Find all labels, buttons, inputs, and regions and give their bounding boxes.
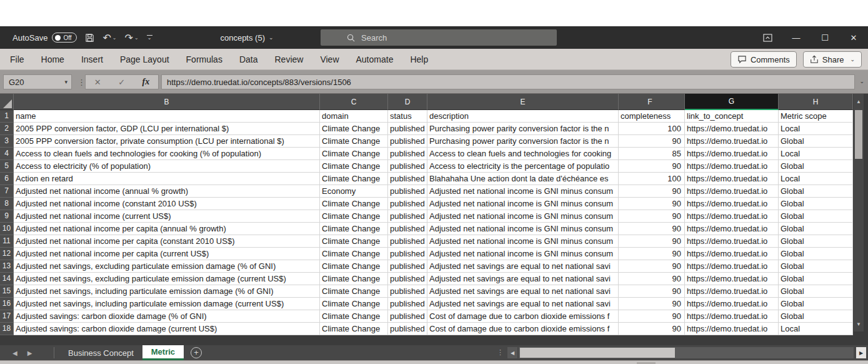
cell-link[interactable]: https://demo.truedat.io xyxy=(685,223,779,235)
cell-description[interactable]: Purchasing power parity conversion facto… xyxy=(427,123,619,135)
cell-description[interactable]: Adjusted net national income is GNI minu… xyxy=(427,198,619,210)
cell-status[interactable]: published xyxy=(388,135,427,148)
cell-status[interactable]: published xyxy=(388,210,427,223)
ribbon-tab[interactable]: Help xyxy=(410,54,428,64)
row-number[interactable]: 5 xyxy=(0,160,14,173)
ribbon-tab[interactable]: Review xyxy=(275,54,304,64)
cell-link[interactable]: https://demo.truedat.io xyxy=(685,285,779,298)
cell-completeness[interactable]: 90 xyxy=(619,235,685,248)
cell-name[interactable]: Access to electricity (% of population) xyxy=(14,160,320,173)
cell-scope[interactable]: Global xyxy=(779,248,853,260)
column-header-f[interactable]: F xyxy=(619,94,685,110)
ribbon-display-options-button[interactable] xyxy=(753,26,782,49)
minimize-button[interactable]: — xyxy=(782,26,811,49)
cell-link[interactable]: https://demo.truedat.io xyxy=(685,185,779,198)
cell-domain[interactable]: Climate Change xyxy=(320,148,388,160)
cell-description[interactable]: Adjusted net savings are equal to net na… xyxy=(427,260,619,273)
share-button[interactable]: Share ⌄ xyxy=(803,51,862,68)
ribbon-tab[interactable]: Formulas xyxy=(186,54,222,64)
cell-domain[interactable]: Climate Change xyxy=(320,173,388,185)
cell-status[interactable]: status xyxy=(388,110,427,123)
cell-name[interactable]: Adjusted net national income per capita … xyxy=(14,235,320,248)
ribbon-tab[interactable]: View xyxy=(320,54,339,64)
cell-description[interactable]: Adjusted net national income is GNI minu… xyxy=(427,235,619,248)
cell-status[interactable]: published xyxy=(388,248,427,260)
cell-name[interactable]: Adjusted net national income (annual % g… xyxy=(14,185,320,198)
cell-domain[interactable]: Climate Change xyxy=(320,260,388,273)
cell-link[interactable]: https://demo.truedat.io xyxy=(685,160,779,173)
cell-description[interactable]: Blahahaha Une action dont la date d'éché… xyxy=(427,173,619,185)
ribbon-tab[interactable]: Page Layout xyxy=(120,54,169,64)
cell-domain[interactable]: Climate Change xyxy=(320,210,388,223)
cell-status[interactable]: published xyxy=(388,223,427,235)
row-number[interactable]: 7 xyxy=(0,185,14,198)
horizontal-scrollbar[interactable] xyxy=(519,347,854,358)
cell-domain[interactable]: Climate Change xyxy=(320,198,388,210)
cell-description[interactable]: Adjusted net national income is GNI minu… xyxy=(427,185,619,198)
name-box[interactable]: G20 ▾ xyxy=(3,74,72,89)
hscroll-left-icon[interactable]: ◀ xyxy=(507,347,517,358)
cell-name[interactable]: 2005 PPP conversion factor, GDP (LCU per… xyxy=(14,123,320,135)
cell-domain[interactable]: Climate Change xyxy=(320,135,388,148)
sheet-tab-metric[interactable]: Metric xyxy=(142,345,184,360)
cell-completeness[interactable]: 100 xyxy=(619,123,685,135)
row-number[interactable]: 3 xyxy=(0,135,14,148)
cell-name[interactable]: Adjusted net national income per capita … xyxy=(14,223,320,235)
cancel-entry-button[interactable]: ✕ xyxy=(94,78,101,87)
cell-link[interactable]: https://demo.truedat.io xyxy=(685,235,779,248)
cell-status[interactable]: published xyxy=(388,260,427,273)
cell-link[interactable]: https://demo.truedat.io xyxy=(685,323,779,335)
cell-link[interactable]: https://demo.truedat.io xyxy=(685,248,779,260)
column-header-e[interactable]: E xyxy=(427,94,619,110)
cell-name[interactable]: Adjusted net national income per capita … xyxy=(14,248,320,260)
cell-completeness[interactable]: 90 xyxy=(619,198,685,210)
ribbon-tab[interactable]: Insert xyxy=(81,54,103,64)
add-sheet-button[interactable]: + xyxy=(191,347,202,358)
row-number[interactable]: 1 xyxy=(0,110,14,123)
cell-completeness[interactable]: 90 xyxy=(619,135,685,148)
cell-scope[interactable]: Global xyxy=(779,235,853,248)
redo-button[interactable]: ↷ ⌄ xyxy=(124,32,138,44)
tabbar-grip-icon[interactable]: ⋮ xyxy=(497,348,504,356)
save-button[interactable] xyxy=(85,33,94,43)
enter-entry-button[interactable]: ✓ xyxy=(118,78,125,87)
cell-domain[interactable]: Climate Change xyxy=(320,273,388,285)
row-number[interactable]: 18 xyxy=(0,323,14,335)
cell-scope[interactable]: Global xyxy=(779,210,853,223)
cell-scope[interactable]: Global xyxy=(779,185,853,198)
close-button[interactable]: ✕ xyxy=(839,26,868,49)
cell-domain[interactable]: Climate Change xyxy=(320,160,388,173)
cell-name[interactable]: 2005 PPP conversion factor, private cons… xyxy=(14,135,320,148)
cell-completeness[interactable]: 90 xyxy=(619,323,685,335)
row-number[interactable]: 11 xyxy=(0,235,14,248)
cell-scope[interactable]: Global xyxy=(779,198,853,210)
next-sheet-icon[interactable]: ▶ xyxy=(27,350,32,356)
scroll-up-icon[interactable]: ▲ xyxy=(854,95,864,108)
cell-name[interactable]: Action en retard xyxy=(14,173,320,185)
cell-description[interactable]: Adjusted net national income is GNI minu… xyxy=(427,223,619,235)
cell-status[interactable]: published xyxy=(388,323,427,335)
horizontal-scroll-thumb[interactable] xyxy=(520,348,675,358)
cell-description[interactable]: Cost of damage due to carbon dioxide emi… xyxy=(427,310,619,323)
cell-description[interactable]: Access to electricity is the percentage … xyxy=(427,160,619,173)
undo-chevron-icon[interactable]: ⌄ xyxy=(112,35,117,41)
cell-name[interactable]: Adjusted savings: carbon dioxide damage … xyxy=(14,323,320,335)
ribbon-tab[interactable]: File xyxy=(10,54,24,64)
cell-completeness[interactable]: 90 xyxy=(619,260,685,273)
column-header-h[interactable]: H xyxy=(779,94,853,110)
document-title[interactable]: concepts (5) ⌄ xyxy=(187,26,306,49)
cell-name[interactable]: name xyxy=(14,110,320,123)
cell-scope[interactable]: Global xyxy=(779,298,853,310)
cell-scope[interactable]: Global xyxy=(779,135,853,148)
cell-link[interactable]: link_to_concept xyxy=(685,110,779,123)
share-chevron-icon[interactable]: ⌄ xyxy=(850,56,855,63)
cell-status[interactable]: published xyxy=(388,285,427,298)
cell-completeness[interactable]: 90 xyxy=(619,298,685,310)
cell-completeness[interactable]: 85 xyxy=(619,148,685,160)
cell-completeness[interactable]: 90 xyxy=(619,310,685,323)
cell-domain[interactable]: Climate Change xyxy=(320,235,388,248)
row-number[interactable]: 2 xyxy=(0,123,14,135)
cell-name[interactable]: Adjusted net savings, including particul… xyxy=(14,298,320,310)
cell-domain[interactable]: Climate Change xyxy=(320,223,388,235)
cell-description[interactable]: Adjusted net savings are equal to net na… xyxy=(427,298,619,310)
